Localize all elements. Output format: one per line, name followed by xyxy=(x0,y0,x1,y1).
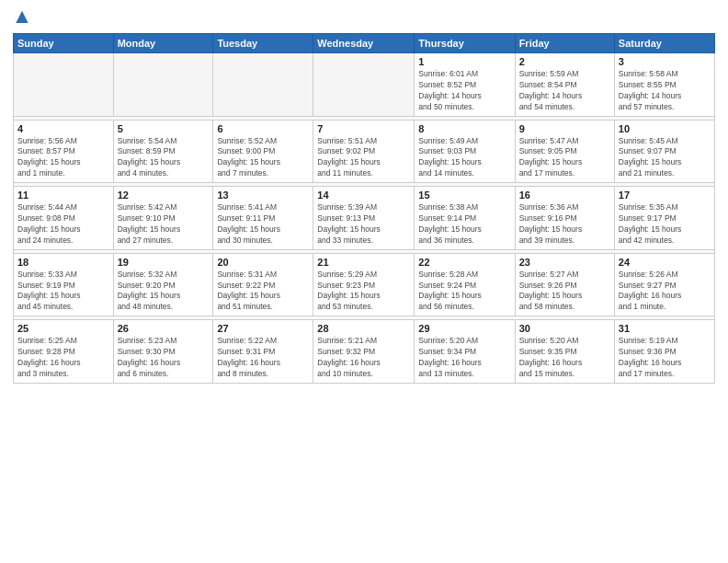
logo-icon xyxy=(13,9,31,28)
day-cell: 5Sunrise: 5:54 AM Sunset: 8:59 PM Daylig… xyxy=(113,120,213,183)
week-row-2: 4Sunrise: 5:56 AM Sunset: 8:57 PM Daylig… xyxy=(14,120,715,183)
col-header-saturday: Saturday xyxy=(614,34,714,53)
day-cell: 12Sunrise: 5:42 AM Sunset: 9:10 PM Dayli… xyxy=(113,187,213,250)
day-cell: 21Sunrise: 5:29 AM Sunset: 9:23 PM Dayli… xyxy=(313,253,415,316)
day-info: Sunrise: 5:35 AM Sunset: 9:17 PM Dayligh… xyxy=(619,202,711,247)
day-cell: 25Sunrise: 5:25 AM Sunset: 9:28 PM Dayli… xyxy=(14,320,114,384)
day-number: 12 xyxy=(118,190,210,201)
day-info: Sunrise: 5:32 AM Sunset: 9:20 PM Dayligh… xyxy=(118,270,210,314)
day-number: 8 xyxy=(418,123,510,134)
day-info: Sunrise: 5:38 AM Sunset: 9:14 PM Dayligh… xyxy=(418,202,510,247)
day-number: 23 xyxy=(519,257,610,268)
day-info: Sunrise: 5:20 AM Sunset: 9:35 PM Dayligh… xyxy=(519,336,610,380)
day-cell: 11Sunrise: 5:44 AM Sunset: 9:08 PM Dayli… xyxy=(14,187,114,250)
day-number: 22 xyxy=(418,257,510,268)
day-number: 30 xyxy=(519,323,610,334)
week-row-4: 18Sunrise: 5:33 AM Sunset: 9:19 PM Dayli… xyxy=(14,253,715,316)
day-number: 24 xyxy=(619,257,711,268)
day-number: 15 xyxy=(418,190,510,201)
day-info: Sunrise: 5:27 AM Sunset: 9:26 PM Dayligh… xyxy=(519,270,610,314)
day-number: 7 xyxy=(317,123,410,134)
day-number: 3 xyxy=(619,56,711,67)
day-info: Sunrise: 5:59 AM Sunset: 8:54 PM Dayligh… xyxy=(519,69,610,113)
day-cell: 24Sunrise: 5:26 AM Sunset: 9:27 PM Dayli… xyxy=(614,253,714,316)
day-info: Sunrise: 5:19 AM Sunset: 9:36 PM Dayligh… xyxy=(619,336,711,380)
day-cell: 31Sunrise: 5:19 AM Sunset: 9:36 PM Dayli… xyxy=(614,320,714,384)
day-info: Sunrise: 5:21 AM Sunset: 9:32 PM Dayligh… xyxy=(317,336,410,380)
day-cell: 15Sunrise: 5:38 AM Sunset: 9:14 PM Dayli… xyxy=(415,187,515,250)
day-cell: 23Sunrise: 5:27 AM Sunset: 9:26 PM Dayli… xyxy=(515,253,614,316)
week-row-1: 1Sunrise: 6:01 AM Sunset: 8:52 PM Daylig… xyxy=(14,53,715,117)
week-row-5: 25Sunrise: 5:25 AM Sunset: 9:28 PM Dayli… xyxy=(14,320,715,384)
day-cell: 17Sunrise: 5:35 AM Sunset: 9:17 PM Dayli… xyxy=(614,187,714,250)
day-info: Sunrise: 5:47 AM Sunset: 9:05 PM Dayligh… xyxy=(519,136,610,180)
day-cell: 30Sunrise: 5:20 AM Sunset: 9:35 PM Dayli… xyxy=(515,320,614,384)
day-info: Sunrise: 6:01 AM Sunset: 8:52 PM Dayligh… xyxy=(418,69,510,113)
day-cell: 10Sunrise: 5:45 AM Sunset: 9:07 PM Dayli… xyxy=(614,120,714,183)
day-info: Sunrise: 5:45 AM Sunset: 9:07 PM Dayligh… xyxy=(619,136,711,180)
svg-marker-0 xyxy=(16,11,28,23)
day-cell: 27Sunrise: 5:22 AM Sunset: 9:31 PM Dayli… xyxy=(213,320,313,384)
day-info: Sunrise: 5:58 AM Sunset: 8:55 PM Dayligh… xyxy=(619,69,711,113)
day-number: 6 xyxy=(217,123,309,134)
day-info: Sunrise: 5:20 AM Sunset: 9:34 PM Dayligh… xyxy=(418,336,510,380)
day-number: 25 xyxy=(17,323,109,334)
day-info: Sunrise: 5:42 AM Sunset: 9:10 PM Dayligh… xyxy=(118,202,210,247)
day-number: 17 xyxy=(619,190,711,201)
day-info: Sunrise: 5:23 AM Sunset: 9:30 PM Dayligh… xyxy=(118,336,210,380)
day-cell: 22Sunrise: 5:28 AM Sunset: 9:24 PM Dayli… xyxy=(415,253,515,316)
day-cell: 8Sunrise: 5:49 AM Sunset: 9:03 PM Daylig… xyxy=(415,120,515,183)
day-cell: 3Sunrise: 5:58 AM Sunset: 8:55 PM Daylig… xyxy=(614,53,714,117)
day-number: 11 xyxy=(17,190,109,201)
day-number: 10 xyxy=(619,123,711,134)
day-number: 26 xyxy=(118,323,210,334)
day-cell: 1Sunrise: 6:01 AM Sunset: 8:52 PM Daylig… xyxy=(415,53,515,117)
day-number: 14 xyxy=(317,190,410,201)
page: SundayMondayTuesdayWednesdayThursdayFrid… xyxy=(0,0,728,563)
day-info: Sunrise: 5:39 AM Sunset: 9:13 PM Dayligh… xyxy=(317,202,410,247)
day-cell xyxy=(213,53,313,117)
day-info: Sunrise: 5:54 AM Sunset: 8:59 PM Dayligh… xyxy=(118,136,210,180)
logo xyxy=(13,9,35,28)
day-cell: 16Sunrise: 5:36 AM Sunset: 9:16 PM Dayli… xyxy=(515,187,614,250)
day-number: 2 xyxy=(519,56,610,67)
day-info: Sunrise: 5:44 AM Sunset: 9:08 PM Dayligh… xyxy=(17,202,109,247)
header xyxy=(13,9,715,28)
day-number: 4 xyxy=(17,123,109,134)
day-number: 28 xyxy=(317,323,410,334)
day-cell: 26Sunrise: 5:23 AM Sunset: 9:30 PM Dayli… xyxy=(113,320,213,384)
day-cell xyxy=(14,53,114,117)
day-number: 18 xyxy=(17,257,109,268)
day-cell: 18Sunrise: 5:33 AM Sunset: 9:19 PM Dayli… xyxy=(14,253,114,316)
day-number: 31 xyxy=(619,323,711,334)
week-row-3: 11Sunrise: 5:44 AM Sunset: 9:08 PM Dayli… xyxy=(14,187,715,250)
day-cell: 28Sunrise: 5:21 AM Sunset: 9:32 PM Dayli… xyxy=(313,320,415,384)
col-header-friday: Friday xyxy=(515,34,614,53)
day-cell xyxy=(113,53,213,117)
day-number: 5 xyxy=(118,123,210,134)
day-info: Sunrise: 5:31 AM Sunset: 9:22 PM Dayligh… xyxy=(217,270,309,314)
day-cell: 6Sunrise: 5:52 AM Sunset: 9:00 PM Daylig… xyxy=(213,120,313,183)
day-info: Sunrise: 5:52 AM Sunset: 9:00 PM Dayligh… xyxy=(217,136,309,180)
day-info: Sunrise: 5:36 AM Sunset: 9:16 PM Dayligh… xyxy=(519,202,610,247)
day-number: 21 xyxy=(317,257,410,268)
day-info: Sunrise: 5:28 AM Sunset: 9:24 PM Dayligh… xyxy=(418,270,510,314)
day-cell: 7Sunrise: 5:51 AM Sunset: 9:02 PM Daylig… xyxy=(313,120,415,183)
day-cell: 13Sunrise: 5:41 AM Sunset: 9:11 PM Dayli… xyxy=(213,187,313,250)
day-number: 9 xyxy=(519,123,610,134)
day-info: Sunrise: 5:41 AM Sunset: 9:11 PM Dayligh… xyxy=(217,202,309,247)
day-number: 13 xyxy=(217,190,309,201)
day-info: Sunrise: 5:33 AM Sunset: 9:19 PM Dayligh… xyxy=(17,270,109,314)
day-number: 16 xyxy=(519,190,610,201)
day-cell xyxy=(313,53,415,117)
day-cell: 19Sunrise: 5:32 AM Sunset: 9:20 PM Dayli… xyxy=(113,253,213,316)
day-info: Sunrise: 5:26 AM Sunset: 9:27 PM Dayligh… xyxy=(619,270,711,314)
day-info: Sunrise: 5:22 AM Sunset: 9:31 PM Dayligh… xyxy=(217,336,309,380)
day-info: Sunrise: 5:29 AM Sunset: 9:23 PM Dayligh… xyxy=(317,270,410,314)
day-cell: 29Sunrise: 5:20 AM Sunset: 9:34 PM Dayli… xyxy=(415,320,515,384)
col-header-tuesday: Tuesday xyxy=(213,34,313,53)
col-header-monday: Monday xyxy=(113,34,213,53)
day-number: 27 xyxy=(217,323,309,334)
day-number: 29 xyxy=(418,323,510,334)
day-info: Sunrise: 5:56 AM Sunset: 8:57 PM Dayligh… xyxy=(17,136,109,180)
